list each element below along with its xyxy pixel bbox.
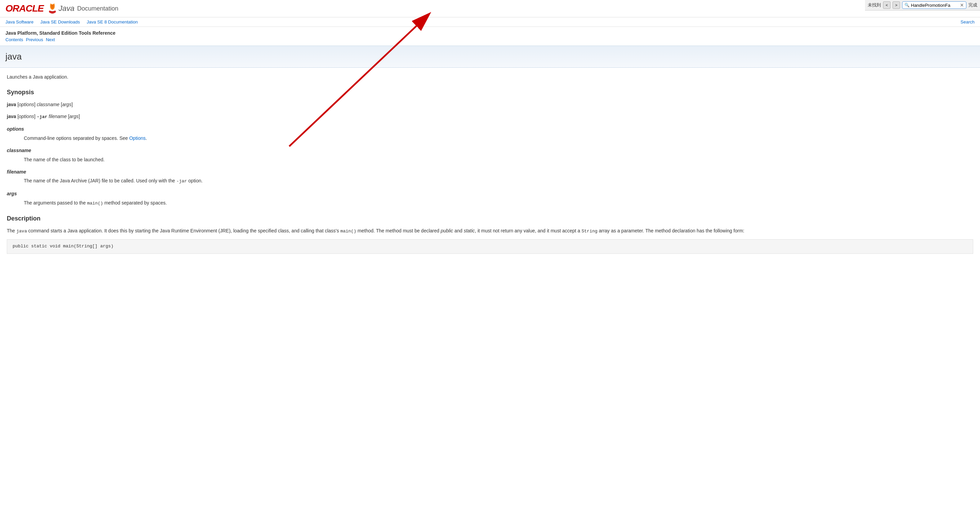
find-done-button[interactable]: 完成	[969, 2, 977, 8]
documentation-label: Documentation	[77, 5, 118, 12]
nav-links: Java Software Java SE Downloads Java SE …	[5, 19, 138, 24]
nav-java-se-8-docs[interactable]: Java SE 8 Documentation	[87, 19, 138, 24]
synopsis-rest-1: [options] classname [args]	[18, 102, 73, 107]
param-classname: classname The name of the class to be la…	[7, 147, 973, 163]
search-icon: 🔍	[904, 3, 910, 8]
synopsis-cmd-2: java	[7, 114, 16, 119]
contents-link[interactable]: Contents	[5, 37, 23, 42]
previous-link[interactable]: Previous	[26, 37, 43, 42]
param-options-term: options	[7, 125, 973, 133]
main-content: Launches a Java application. Synopsis ja…	[0, 68, 980, 263]
description-paragraph: The java command starts a Java applicati…	[7, 227, 973, 235]
args-code: main()	[87, 201, 103, 206]
nav-java-software[interactable]: Java Software	[5, 19, 33, 24]
main-code-block: public static void main(String[] args)	[7, 239, 973, 254]
page-title: java	[5, 51, 975, 62]
java-cup-icon	[48, 3, 57, 14]
java-wordmark: Java	[59, 4, 74, 13]
param-filename-body: The name of the Java Archive (JAR) file …	[7, 177, 973, 185]
desc-string-code: String	[582, 229, 598, 234]
desc-main-code: main()	[340, 229, 356, 234]
oracle-wordmark: ORACLE	[5, 3, 43, 14]
param-classname-term: classname	[7, 147, 973, 154]
nav-bar: Java Software Java SE Downloads Java SE …	[0, 17, 980, 27]
doc-nav: Java Platform, Standard Edition Tools Re…	[0, 27, 980, 44]
desc-public-em: public	[441, 228, 453, 234]
param-filename: filename The name of the Java Archive (J…	[7, 168, 973, 185]
filename-code: -jar	[176, 179, 187, 184]
intro-paragraph: Launches a Java application.	[7, 73, 973, 81]
java-logo-area: Java Documentation	[48, 3, 118, 14]
options-link[interactable]: Options	[129, 135, 146, 141]
next-link[interactable]: Next	[46, 37, 55, 42]
find-input[interactable]	[911, 3, 959, 8]
param-args-term: args	[7, 190, 973, 197]
find-clear-button[interactable]: ✕	[960, 2, 964, 8]
find-next-button[interactable]: >	[892, 2, 900, 9]
desc-java-code: java	[16, 229, 27, 234]
browser-find-bar: 未找到 < > 🔍 ✕ 完成	[865, 0, 980, 11]
oracle-header: ORACLE Java Documentation	[0, 0, 980, 17]
synopsis-line-2: java [options] -jar filename [args]	[7, 113, 973, 121]
oracle-logo: ORACLE	[5, 3, 48, 14]
param-options-body: Command-line options separated by spaces…	[7, 134, 973, 142]
param-options: options Command-line options separated b…	[7, 125, 973, 142]
param-args: args The arguments passed to the main() …	[7, 190, 973, 207]
find-input-wrap: 🔍 ✕	[902, 2, 966, 9]
synopsis-heading: Synopsis	[7, 87, 973, 97]
doc-title: Java Platform, Standard Edition Tools Re…	[5, 30, 975, 36]
page-title-banner: java	[0, 46, 980, 68]
find-not-found-label: 未找到	[868, 2, 881, 8]
param-args-body: The arguments passed to the main() metho…	[7, 199, 973, 207]
nav-java-se-downloads[interactable]: Java SE Downloads	[40, 19, 80, 24]
desc-static-em: static	[464, 228, 475, 234]
synopsis-rest-2: [options] -jar filename [args]	[18, 114, 80, 119]
synopsis-line-1: java [options] classname [args]	[7, 101, 973, 108]
description-heading: Description	[7, 214, 973, 224]
find-prev-button[interactable]: <	[883, 2, 891, 9]
search-link[interactable]: Search	[961, 19, 975, 24]
param-classname-body: The name of the class to be launched.	[7, 156, 973, 163]
synopsis-cmd-1: java	[7, 102, 16, 107]
doc-breadcrumb-links: Contents Previous Next	[5, 37, 975, 42]
param-filename-term: filename	[7, 168, 973, 176]
